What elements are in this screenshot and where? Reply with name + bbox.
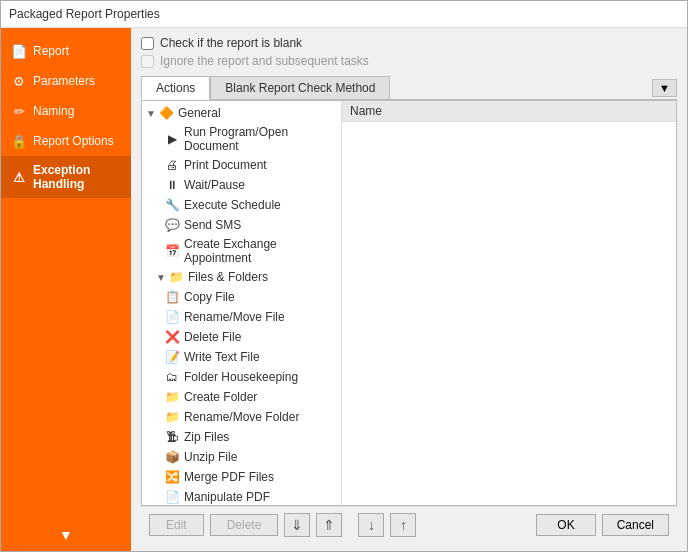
name-panel: Name [342,101,676,505]
wait-pause-icon: ⏸ [164,177,180,193]
copy-file-icon: 📋 [164,289,180,305]
tree-item-execute-schedule[interactable]: 🔧 Execute Schedule [142,195,341,215]
tree-item-rename-move-file[interactable]: 📄 Rename/Move File [142,307,341,327]
sidebar: 📄 Report ⚙ Parameters ✏ Naming 🔒 Report … [1,28,131,551]
folder-housekeeping-icon: 🗂 [164,369,180,385]
group-general-header[interactable]: ▼ 🔶 General [142,103,341,123]
bottom-bar: Edit Delete ⇓ ⇑ ↓ ↑ OK Cancel [141,506,677,543]
sidebar-bottom: ▼ [1,519,131,551]
tree-item-copy-file[interactable]: 📋 Copy File [142,287,341,307]
general-arrow-icon: ▼ [146,108,156,119]
edit-button[interactable]: Edit [149,514,204,536]
delete-button[interactable]: Delete [210,514,279,536]
content-area: 📄 Report ⚙ Parameters ✏ Naming 🔒 Report … [1,28,687,551]
move-top-icon[interactable]: ↑ [390,513,416,537]
tree-item-unzip-file[interactable]: 📦 Unzip File [142,447,341,467]
unzip-file-icon: 📦 [164,449,180,465]
sidebar-label-naming: Naming [33,104,74,118]
sidebar-item-report[interactable]: 📄 Report [1,36,131,66]
move-bottom-icon[interactable]: ↓ [358,513,384,537]
tree-panel: ▼ 🔶 General ▶ Run Program/Open Document … [142,101,342,505]
sidebar-label-exception: Exception Handling [33,163,121,191]
tree-item-run-program[interactable]: ▶ Run Program/Open Document [142,123,341,155]
down-arrow-icon: ▼ [59,527,73,543]
sidebar-label-parameters: Parameters [33,74,95,88]
ignore-checkbox[interactable] [141,55,154,68]
ignore-label: Ignore the report and subsequent tasks [160,54,369,68]
group-general-label: General [178,106,221,120]
tree-item-print-document[interactable]: 🖨 Print Document [142,155,341,175]
sidebar-label-report: Report [33,44,69,58]
send-sms-icon: 💬 [164,217,180,233]
print-document-icon: 🖨 [164,157,180,173]
report-icon: 📄 [11,43,27,59]
move-down-icon[interactable]: ⇓ [284,513,310,537]
ok-button[interactable]: OK [536,514,595,536]
tree-item-send-sms[interactable]: 💬 Send SMS [142,215,341,235]
tree-item-create-exchange[interactable]: 📅 Create Exchange Appointment [142,235,341,267]
check-blank-label: Check if the report is blank [160,36,302,50]
create-folder-icon: 📁 [164,389,180,405]
manipulate-pdf-icon: 📄 [164,489,180,505]
tree-item-wait-pause[interactable]: ⏸ Wait/Pause [142,175,341,195]
tab-dropdown[interactable]: ▼ [652,79,677,97]
check-blank-row: Check if the report is blank [141,36,677,50]
tree-item-create-folder[interactable]: 📁 Create Folder [142,387,341,407]
group-files-label: Files & Folders [188,270,268,284]
name-column-header: Name [342,101,676,122]
ignore-row: Ignore the report and subsequent tasks [141,54,677,68]
tree-item-folder-housekeeping[interactable]: 🗂 Folder Housekeeping [142,367,341,387]
tree-item-manipulate-pdf[interactable]: 📄 Manipulate PDF [142,487,341,505]
group-files-header[interactable]: ▼ 📁 Files & Folders [142,267,341,287]
rename-move-file-icon: 📄 [164,309,180,325]
move-up-icon[interactable]: ⇑ [316,513,342,537]
sidebar-item-exception-handling[interactable]: ⚠ Exception Handling [1,156,131,198]
parameters-icon: ⚙ [11,73,27,89]
main-panel: Check if the report is blank Ignore the … [131,28,687,551]
sidebar-item-parameters[interactable]: ⚙ Parameters [1,66,131,96]
merge-pdf-icon: 🔀 [164,469,180,485]
tree-item-write-text-file[interactable]: 📝 Write Text File [142,347,341,367]
window-title: Packaged Report Properties [9,7,160,21]
tab-actions[interactable]: Actions [141,76,210,100]
execute-schedule-icon: 🔧 [164,197,180,213]
files-group-icon: 📁 [169,269,185,285]
exception-icon: ⚠ [11,169,27,185]
delete-file-icon: ❌ [164,329,180,345]
zip-files-icon: 🗜 [164,429,180,445]
create-exchange-icon: 📅 [164,243,180,259]
title-bar: Packaged Report Properties [1,1,687,28]
sidebar-item-naming[interactable]: ✏ Naming [1,96,131,126]
files-arrow-icon: ▼ [156,272,166,283]
sidebar-item-report-options[interactable]: 🔒 Report Options [1,126,131,156]
sidebar-label-report-options: Report Options [33,134,114,148]
cancel-button[interactable]: Cancel [602,514,669,536]
tree-item-zip-files[interactable]: 🗜 Zip Files [142,427,341,447]
naming-icon: ✏ [11,103,27,119]
general-group-icon: 🔶 [159,105,175,121]
actions-area: ▼ 🔶 General ▶ Run Program/Open Document … [141,100,677,506]
tab-blank-report[interactable]: Blank Report Check Method [210,76,390,99]
check-blank-checkbox[interactable] [141,37,154,50]
report-options-icon: 🔒 [11,133,27,149]
write-text-icon: 📝 [164,349,180,365]
run-program-icon: ▶ [164,131,180,147]
tree-item-rename-move-folder[interactable]: 📁 Rename/Move Folder [142,407,341,427]
rename-move-folder-icon: 📁 [164,409,180,425]
tree-item-merge-pdf[interactable]: 🔀 Merge PDF Files [142,467,341,487]
tree-item-delete-file[interactable]: ❌ Delete File [142,327,341,347]
tab-bar: Actions Blank Report Check Method ▼ [141,76,677,100]
window: Packaged Report Properties 📄 Report ⚙ Pa… [0,0,688,552]
